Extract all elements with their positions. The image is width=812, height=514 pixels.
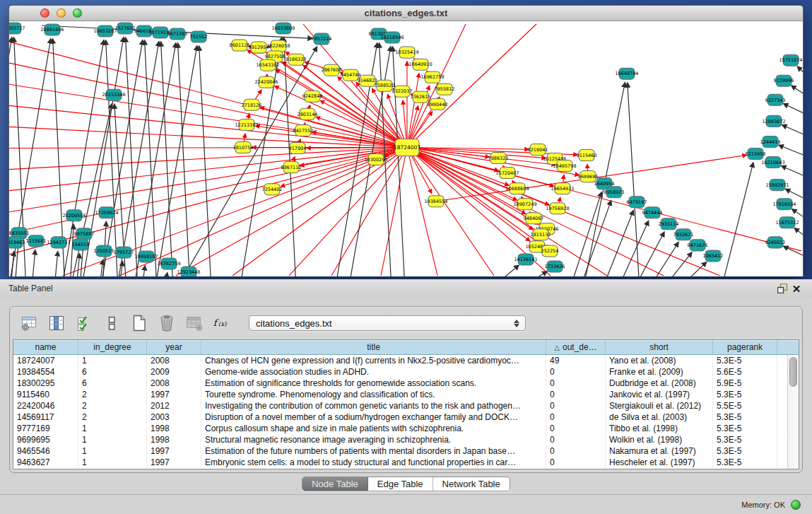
import-table-button-disabled[interactable] bbox=[185, 314, 204, 332]
graph-node[interactable]: 1115681 bbox=[26, 235, 47, 247]
table-row[interactable]: 969969511998Structural magnetic resonanc… bbox=[13, 434, 787, 445]
scrollbar-thumb[interactable] bbox=[789, 357, 797, 387]
table-row[interactable]: 911546021997Tourette syndrome. Phenomeno… bbox=[13, 389, 787, 400]
graph-node[interactable]: 16210643 bbox=[761, 157, 784, 168]
function-builder-button[interactable]: f (x) bbox=[213, 314, 231, 332]
tab-network-table[interactable]: Network Table bbox=[433, 477, 510, 491]
graph-node[interactable]: 9245012 bbox=[765, 237, 786, 248]
graph-node[interactable]: 9975887 bbox=[74, 228, 95, 240]
column-header-short[interactable]: short bbox=[606, 340, 713, 354]
tab-node-table[interactable]: Node Table bbox=[302, 477, 368, 491]
table-source-dropdown[interactable]: citations_edges.txt bbox=[249, 315, 526, 331]
minimize-window-button[interactable] bbox=[57, 8, 66, 18]
graph-node[interactable]: 17016504 bbox=[772, 199, 796, 210]
graph-node[interactable]: 20206556 bbox=[62, 210, 86, 221]
delete-table-button[interactable] bbox=[158, 314, 176, 332]
new-table-button[interactable] bbox=[130, 314, 148, 332]
column-header-pagerank[interactable]: pagerank bbox=[713, 340, 777, 354]
graph-node[interactable]: 7857224 bbox=[312, 33, 332, 45]
table-settings-button[interactable] bbox=[20, 314, 38, 332]
graph-node[interactable]: 1250515 bbox=[94, 245, 114, 257]
graph-node[interactable]: 9129996 bbox=[774, 75, 794, 86]
graph-node[interactable]: 16782759 bbox=[157, 258, 180, 269]
graph-node[interactable]: 15720407 bbox=[495, 168, 519, 179]
graph-node[interactable]: 8322037 bbox=[392, 86, 413, 97]
graph-node[interactable]: 252254 bbox=[541, 245, 559, 257]
graph-node[interactable]: 1815132 bbox=[531, 229, 551, 240]
network-graph[interactable]: 1872400786011288912954182260589827508818… bbox=[9, 21, 803, 276]
graph-node[interactable]: 8471676 bbox=[688, 240, 708, 251]
graph-node[interactable]: 7955812 bbox=[435, 83, 455, 95]
graph-node[interactable]: 1733426 bbox=[545, 261, 565, 272]
graph-node[interactable]: 12093872 bbox=[762, 115, 785, 127]
graph-node[interactable]: 20153346 bbox=[102, 89, 125, 100]
graph-node[interactable]: 16648794 bbox=[615, 68, 638, 79]
tab-edge-table[interactable]: Edge Table bbox=[368, 477, 433, 491]
graph-node[interactable]: 17359924 bbox=[95, 207, 118, 218]
graph-node[interactable]: 9671385 bbox=[167, 28, 188, 40]
graph-node[interactable]: 917004 bbox=[289, 142, 307, 153]
select-column-button[interactable] bbox=[47, 314, 66, 332]
graph-node[interactable]: 12942737 bbox=[47, 237, 70, 248]
close-window-button[interactable] bbox=[40, 8, 49, 18]
graph-node[interactable]: 751552 bbox=[190, 31, 208, 42]
graph-node[interactable]: 11675312 bbox=[775, 217, 799, 228]
window-titlebar[interactable]: citations_edges.txt bbox=[9, 6, 803, 21]
rows-button[interactable] bbox=[102, 314, 121, 332]
graph-node[interactable]: 10653287 bbox=[93, 25, 117, 37]
graph-node[interactable]: 9242848 bbox=[302, 90, 323, 102]
table-row[interactable]: 946554611997Estimation of the future num… bbox=[13, 445, 787, 457]
graph-node[interactable]: 8912954 bbox=[249, 42, 269, 53]
float-panel-button[interactable] bbox=[775, 282, 789, 295]
graph-node[interactable]: 1244419 bbox=[760, 136, 781, 147]
select-all-button[interactable] bbox=[75, 314, 93, 332]
graph-node[interactable]: 14055717 bbox=[9, 23, 25, 34]
zoom-window-button[interactable] bbox=[73, 8, 82, 18]
graph-node[interactable]: 18907249 bbox=[513, 199, 536, 210]
graph-node[interactable]: 10688609 bbox=[505, 183, 529, 194]
graph-node[interactable]: 8215958 bbox=[746, 148, 766, 159]
table-row[interactable]: 946362711997Embryonic stem cells: a mode… bbox=[13, 457, 787, 468]
network-canvas[interactable]: 1872400786011288912954182260589827508818… bbox=[9, 21, 803, 276]
table-row[interactable]: 1456911722003Disruption of a novel membe… bbox=[13, 411, 787, 423]
graph-node[interactable]: 9227343 bbox=[765, 94, 786, 105]
table-row[interactable]: 2242004622012Investigating the contribut… bbox=[13, 400, 787, 411]
close-panel-button[interactable]: ✕ bbox=[789, 282, 804, 295]
graph-node[interactable]: 7254402 bbox=[262, 184, 283, 195]
graph-node[interactable]: 8958923 bbox=[604, 187, 625, 198]
graph-node[interactable]: 14136141 bbox=[514, 254, 537, 265]
graph-node[interactable]: 7932621 bbox=[673, 229, 694, 240]
graph-node[interactable]: 9474444 bbox=[642, 207, 663, 218]
graph-node[interactable]: 8990448 bbox=[428, 98, 448, 110]
graph-node[interactable]: 8186328 bbox=[286, 54, 307, 65]
graph-node[interactable]: 2935114 bbox=[659, 218, 679, 230]
graph-node[interactable]: 6479197 bbox=[627, 197, 647, 208]
graph-node[interactable]: 9115460 bbox=[577, 150, 597, 161]
graph-node[interactable]: 15892971 bbox=[765, 180, 789, 191]
graph-node[interactable]: 8427552 bbox=[293, 124, 314, 136]
graph-node[interactable]: 7986322 bbox=[488, 153, 509, 164]
graph-node[interactable]: 19654923 bbox=[551, 183, 574, 194]
table-vertical-scrollbar[interactable] bbox=[787, 355, 799, 469]
graph-node[interactable]: 15751074 bbox=[779, 54, 802, 66]
table-row[interactable]: 1872400712008Changes of HCN gene express… bbox=[13, 355, 787, 366]
graph-node[interactable]: 2718126 bbox=[242, 99, 262, 110]
graph-node[interactable]: 18640910 bbox=[408, 59, 432, 70]
graph-node[interactable]: 19958107 bbox=[134, 251, 158, 262]
graph-node[interactable]: 8216041 bbox=[528, 144, 548, 155]
column-header-outde[interactable]: △out_de… bbox=[546, 340, 606, 354]
column-header-year[interactable]: year bbox=[147, 340, 201, 354]
table-row[interactable]: 1830029562008Estimation of significance … bbox=[13, 378, 787, 389]
graph-node[interactable]: 8867110 bbox=[281, 162, 302, 173]
column-header-name[interactable]: name bbox=[13, 340, 78, 354]
graph-node[interactable]: 16033809 bbox=[271, 23, 295, 34]
column-header-indegree[interactable]: in_degree bbox=[78, 340, 147, 354]
graph-node[interactable]: 2803144 bbox=[298, 108, 318, 119]
graph-node[interactable]: 8601128 bbox=[230, 40, 250, 51]
graph-node[interactable]: 9484067 bbox=[524, 213, 544, 224]
graph-node[interactable]: 1810754 bbox=[233, 141, 254, 153]
graph-node[interactable]: 19384554 bbox=[424, 196, 447, 207]
graph-node[interactable]: 12923448 bbox=[177, 267, 200, 276]
graph-node[interactable]: 1795727 bbox=[114, 247, 134, 258]
graph-node[interactable]: 1527602 bbox=[115, 23, 136, 34]
